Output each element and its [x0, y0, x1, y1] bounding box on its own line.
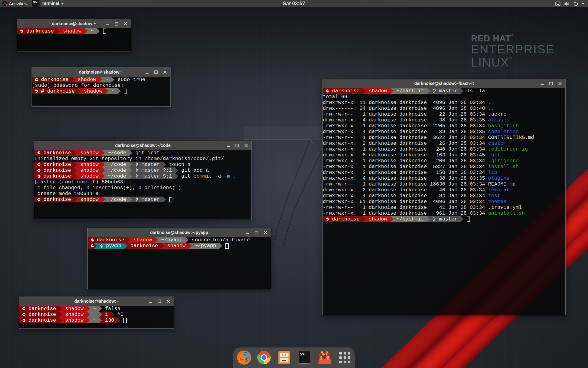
svg-text:$>: $>	[300, 352, 305, 357]
